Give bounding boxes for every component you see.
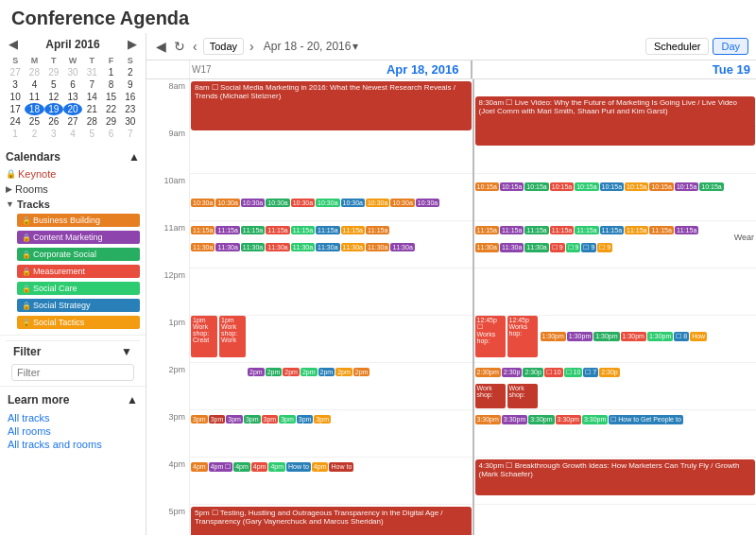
cal-day[interactable]: 28 — [82, 115, 101, 128]
pill-230-6[interactable]: ☐ 7 — [583, 368, 598, 377]
cal-day[interactable]: 14 — [82, 91, 101, 103]
cal-day[interactable]: 12 — [44, 91, 63, 103]
cal-day[interactable]: 13 — [63, 91, 82, 103]
pill-1130b-7[interactable]: ☐ 9 — [597, 243, 612, 252]
pill-1115-6[interactable]: 11:15a — [600, 226, 624, 234]
cal-prev-btn[interactable]: ◀ — [6, 37, 21, 51]
pill-330-1[interactable]: 3:30pm — [475, 415, 501, 424]
event-apr19-430pm[interactable]: 4:30pm ☐ Breakthrough Growth Ideas: How … — [475, 459, 756, 495]
cal-day[interactable]: 5 — [82, 128, 101, 140]
link-all-tracks-rooms[interactable]: All tracks and rooms — [8, 438, 138, 451]
pill-130-7[interactable]: How — [690, 332, 707, 341]
cal-day[interactable]: 21 — [82, 103, 101, 115]
pill-10am-5[interactable]: 10:30a — [291, 199, 315, 207]
cal-day-19[interactable]: 19 — [44, 103, 63, 115]
pill-2pm-6[interactable]: 2pm — [335, 368, 352, 376]
sidebar-track-measurement[interactable]: 🔒 Measurement — [17, 263, 140, 280]
pill-4pm-2[interactable]: 4pm ☐ — [209, 462, 233, 472]
pill-2pm-7[interactable]: 2pm — [353, 368, 370, 376]
pill-1015-1[interactable]: 10:15a — [475, 182, 499, 191]
pill-2pm-1[interactable]: 2pm — [248, 368, 265, 376]
pill-2pm-2[interactable]: 2pm — [266, 368, 283, 376]
cal-day[interactable]: 2 — [25, 128, 43, 140]
event-apr18-5pm[interactable]: 5pm ☐ Testing, Hustling and Outrageous T… — [191, 507, 472, 535]
pill-4pm-5[interactable]: 4pm — [268, 462, 285, 472]
cal-day[interactable]: 1 — [101, 66, 120, 78]
pill-1115-5[interactable]: 11:15a — [575, 226, 598, 234]
pill-3pm-8[interactable]: 3pm — [314, 415, 331, 424]
sidebar-track-social-care[interactable]: 🔒 Social Care — [17, 280, 140, 297]
pill-3pm-6[interactable]: 3pm — [279, 415, 296, 424]
sidebar-track-content-marketing[interactable]: 🔒 Content Marketing — [17, 229, 140, 246]
workshop-1pm-apr19-2[interactable]: 12:45pWorkshop: — [507, 316, 538, 357]
pill-130-5[interactable]: 1:30pm — [647, 332, 673, 341]
sidebar-item-rooms[interactable]: ▶ Rooms — [6, 182, 140, 197]
pill-1015-3[interactable]: 10:15a — [524, 182, 548, 191]
pill-330-5[interactable]: 3:30pm — [582, 415, 608, 424]
pill-3pm-1[interactable]: 3pm — [191, 415, 208, 424]
pill-1115-1[interactable]: 11:15a — [475, 226, 499, 234]
sidebar-item-tracks[interactable]: ▼ Tracks — [6, 197, 140, 212]
cal-day[interactable]: 2 — [121, 66, 140, 78]
pill-10am-3[interactable]: 10:30a — [241, 199, 265, 207]
pill-130-6[interactable]: ☐ 8 — [674, 332, 689, 341]
pill-11am-7[interactable]: 11:15a — [341, 226, 365, 234]
event-apr19-830am[interactable]: 8:30am ☐ Live Video: Why the Future of M… — [475, 96, 756, 146]
cal-day[interactable]: 17 — [6, 103, 25, 115]
pill-130-4[interactable]: 1:30pm — [621, 332, 646, 341]
pill-4pm-3[interactable]: 4pm — [233, 462, 250, 472]
filter-input[interactable] — [11, 364, 134, 381]
pill-4pm-4[interactable]: 4pm — [251, 462, 268, 472]
pill-11am-5[interactable]: 11:15a — [291, 226, 315, 234]
pill-330-2[interactable]: 3:30pm — [502, 415, 527, 424]
cal-day[interactable]: 29 — [101, 115, 120, 128]
pill-4pm-7[interactable]: 4pm — [312, 462, 329, 472]
sidebar-track-social-tactics[interactable]: 🔒 Social Tactics — [17, 314, 140, 331]
cal-next-btn[interactable]: ▶ — [125, 37, 140, 51]
cal-day[interactable]: 28 — [25, 66, 43, 78]
pill-230-2[interactable]: 2:30p — [502, 368, 523, 377]
cal-day[interactable]: 9 — [121, 78, 140, 91]
pill-11am-1[interactable]: 11:15a — [191, 226, 215, 234]
link-all-tracks[interactable]: All tracks — [8, 411, 138, 424]
pill-1130b-2[interactable]: 11:30a — [500, 243, 524, 252]
cal-day[interactable]: 27 — [6, 66, 25, 78]
cal-day[interactable]: 8 — [101, 78, 120, 91]
link-all-rooms[interactable]: All rooms — [8, 424, 138, 438]
pill-10am-4[interactable]: 10:30a — [266, 199, 289, 207]
workshop-230-2[interactable]: Workshop: — [507, 384, 538, 408]
cal-day[interactable]: 6 — [63, 78, 82, 91]
pill-2pm-3[interactable]: 2pm — [283, 368, 300, 376]
pill-330-6[interactable]: ☐ How to Get People to — [609, 415, 682, 424]
cal-day[interactable]: 22 — [101, 103, 120, 115]
pill-1130-8[interactable]: 11:30a — [366, 243, 389, 251]
scheduler-view-btn[interactable]: Scheduler — [645, 38, 710, 55]
pill-3pm-3[interactable]: 3pm — [226, 415, 243, 424]
cal-day[interactable]: 27 — [63, 115, 82, 128]
cal-day[interactable]: 31 — [82, 66, 101, 78]
cal-day[interactable]: 25 — [25, 115, 43, 128]
cal-day[interactable]: 1 — [6, 128, 25, 140]
pill-10am-7[interactable]: 10:30a — [341, 199, 365, 207]
learn-more-header[interactable]: Learn more ▲ — [8, 390, 138, 409]
pill-330-3[interactable]: 3:30pm — [528, 415, 554, 424]
cal-day[interactable]: 11 — [25, 91, 43, 103]
sidebar-track-business-building[interactable]: 🔒 Business Building — [17, 212, 140, 229]
cal-day[interactable]: 4 — [25, 78, 43, 91]
cal-day[interactable]: 5 — [44, 78, 63, 91]
cal-day[interactable]: 30 — [121, 115, 140, 128]
pill-230-3[interactable]: 2:30p — [523, 368, 543, 377]
pill-1130-7[interactable]: 11:30a — [341, 243, 365, 251]
cal-day[interactable]: 3 — [6, 78, 25, 91]
pill-1130-2[interactable]: 11:30a — [215, 243, 239, 251]
pill-3pm-7[interactable]: 3pm — [297, 415, 314, 424]
pill-11am-2[interactable]: 11:15a — [215, 226, 239, 234]
pill-1015-6[interactable]: 10:15a — [600, 182, 624, 191]
pill-2pm-4[interactable]: 2pm — [301, 368, 318, 376]
pill-1130-4[interactable]: 11:30a — [266, 243, 289, 251]
pill-3pm-2[interactable]: 3pm — [209, 415, 226, 424]
sidebar-item-keynote[interactable]: 🔒 Keynote — [6, 166, 140, 182]
pill-11am-3[interactable]: 11:15a — [241, 226, 265, 234]
pill-1115-3[interactable]: 11:15a — [524, 226, 548, 234]
toolbar-forward-btn[interactable]: › — [248, 37, 256, 56]
